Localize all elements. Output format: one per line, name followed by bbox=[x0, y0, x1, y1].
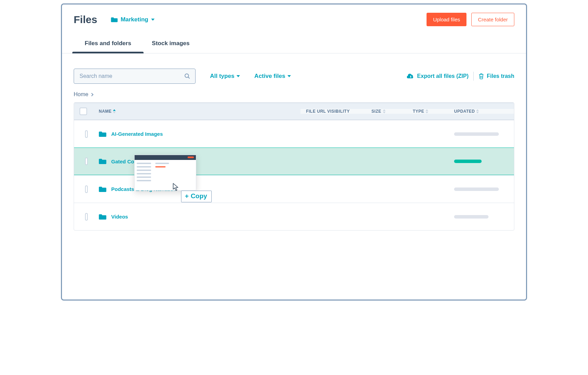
filter-status[interactable]: Active files bbox=[254, 73, 291, 80]
sort-icon bbox=[113, 109, 116, 113]
app-window: Files Marketing Upload files Create fold… bbox=[61, 3, 527, 301]
drag-copy-tooltip: + Copy bbox=[181, 191, 212, 202]
tabs: Files and folders Stock images bbox=[62, 26, 526, 53]
column-checkbox bbox=[74, 108, 93, 115]
table-header: NAME FILE URL VISIBILITY SIZE TYPE UPDAT… bbox=[74, 103, 514, 120]
breadcrumb-home[interactable]: Home bbox=[74, 91, 88, 98]
placeholder-skeleton bbox=[454, 215, 489, 219]
column-type[interactable]: TYPE bbox=[407, 109, 449, 114]
upload-files-button[interactable]: Upload files bbox=[427, 13, 466, 26]
chevron-down-icon bbox=[287, 75, 291, 77]
folder-icon bbox=[99, 214, 106, 220]
placeholder-skeleton bbox=[454, 160, 482, 163]
table-row[interactable]: Videos bbox=[74, 203, 514, 230]
placeholder-skeleton bbox=[454, 132, 499, 136]
tab-stock-images[interactable]: Stock images bbox=[152, 40, 190, 53]
svg-line-1 bbox=[188, 77, 190, 79]
select-all-checkbox[interactable] bbox=[80, 108, 87, 115]
plus-icon: + bbox=[185, 192, 189, 200]
current-folder-picker[interactable]: Marketing bbox=[111, 16, 154, 23]
export-all-action[interactable]: Export all files (ZIP) bbox=[407, 73, 469, 79]
column-name-label: NAME bbox=[99, 109, 112, 114]
filter-types[interactable]: All types bbox=[210, 73, 240, 80]
folder-icon bbox=[99, 158, 106, 164]
tab-files-and-folders[interactable]: Files and folders bbox=[85, 40, 131, 53]
cursor-icon bbox=[173, 183, 179, 191]
sort-icon bbox=[426, 109, 428, 113]
column-visibility[interactable]: FILE URL VISIBILITY bbox=[301, 109, 366, 114]
chevron-right-icon bbox=[90, 93, 93, 96]
folder-name: Videos bbox=[111, 214, 128, 220]
files-trash-action[interactable]: Files trash bbox=[479, 73, 514, 79]
row-checkbox[interactable] bbox=[85, 158, 88, 165]
current-folder-label: Marketing bbox=[120, 16, 148, 23]
breadcrumb: Home bbox=[62, 91, 526, 102]
folder-icon bbox=[99, 131, 106, 137]
sort-icon bbox=[383, 109, 386, 113]
column-type-label: TYPE bbox=[413, 109, 424, 114]
placeholder-skeleton bbox=[454, 188, 499, 191]
row-checkbox[interactable] bbox=[85, 213, 88, 221]
folder-icon bbox=[111, 17, 118, 22]
row-name-cell[interactable]: Videos bbox=[93, 214, 301, 220]
sort-icon bbox=[476, 109, 479, 113]
row-checkbox[interactable] bbox=[85, 130, 88, 138]
folder-icon bbox=[99, 186, 106, 192]
toolbar-left: All types Active files bbox=[74, 69, 291, 84]
drag-copy-label: Copy bbox=[191, 192, 207, 200]
create-folder-button[interactable]: Create folder bbox=[471, 13, 514, 26]
separator bbox=[473, 72, 474, 81]
files-trash-label: Files trash bbox=[487, 73, 514, 79]
folder-name: AI-Generated Images bbox=[111, 131, 163, 137]
column-size[interactable]: SIZE bbox=[366, 109, 407, 114]
column-size-label: SIZE bbox=[371, 109, 381, 114]
page-title: Files bbox=[74, 14, 97, 26]
cloud-download-icon bbox=[407, 73, 414, 79]
header-right: Upload files Create folder bbox=[427, 13, 514, 26]
drag-preview-thumbnail bbox=[134, 155, 196, 191]
toolbar: All types Active files Export all files … bbox=[62, 53, 526, 91]
search-input-wrap[interactable] bbox=[74, 69, 196, 84]
search-icon bbox=[184, 73, 190, 79]
column-name[interactable]: NAME bbox=[93, 109, 301, 114]
export-all-label: Export all files (ZIP) bbox=[417, 73, 469, 79]
row-name-cell[interactable]: AI-Generated Images bbox=[93, 131, 301, 137]
column-updated-label: UPDATED bbox=[454, 109, 475, 114]
row-name-cell[interactable]: Gated Cont bbox=[93, 158, 301, 164]
search-input[interactable] bbox=[79, 73, 184, 80]
header-left: Files Marketing bbox=[74, 14, 155, 26]
svg-point-0 bbox=[185, 74, 189, 78]
chevron-down-icon bbox=[237, 75, 240, 77]
trash-icon bbox=[479, 73, 484, 79]
column-updated[interactable]: UPDATED bbox=[449, 109, 514, 114]
filter-status-label: Active files bbox=[254, 73, 285, 80]
header: Files Marketing Upload files Create fold… bbox=[62, 4, 526, 26]
toolbar-right: Export all files (ZIP) Files trash bbox=[407, 72, 514, 81]
filter-types-label: All types bbox=[210, 73, 234, 80]
table-row[interactable]: AI-Generated Images bbox=[74, 120, 514, 148]
chevron-down-icon bbox=[151, 19, 155, 21]
row-checkbox[interactable] bbox=[85, 185, 88, 193]
